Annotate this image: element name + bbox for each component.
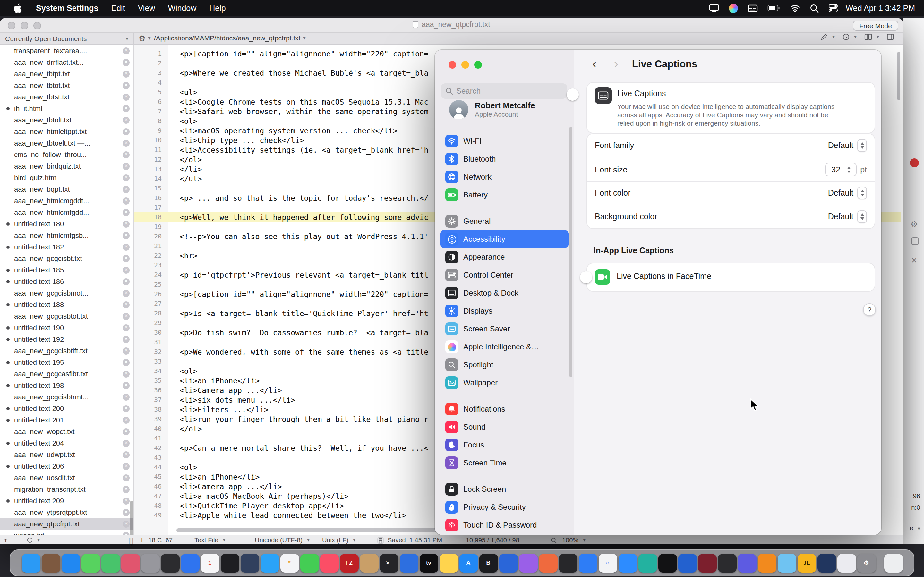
file-item[interactable]: aaa_new_wopct.txt✕ [0,426,134,437]
file-item[interactable]: untitled text 201✕ [0,414,134,426]
battery-icon[interactable] [767,5,780,11]
stepper-control[interactable] [857,187,867,200]
close-file-icon[interactable]: ✕ [123,243,129,250]
panel-toggle-icon[interactable] [887,33,894,40]
strip-value-3[interactable]: e ▾ [909,524,920,532]
stepper-control[interactable] [857,139,867,152]
font-size-field[interactable]: 32 [825,163,856,176]
editor-titlebar[interactable]: aaa_new_qtpcfrpt.txt Free Mode [0,18,903,33]
dock-app-20[interactable] [399,554,418,572]
keyboard-icon[interactable] [748,4,758,12]
file-item[interactable]: aaa_new_htmlcmfgsb...✕ [0,229,134,241]
file-type-dropdown[interactable]: Text File▾ [194,535,226,545]
close-file-icon[interactable]: ✕ [123,324,129,331]
close-file-icon[interactable]: ✕ [123,428,129,435]
sidebar-item-network[interactable]: Network [440,168,569,186]
close-file-icon[interactable]: ✕ [123,370,129,377]
dock-app-41[interactable] [817,554,836,572]
dock-chrome[interactable]: ○ [598,554,617,572]
file-item[interactable]: migration_transcript.txt✕ [0,484,134,495]
file-item[interactable]: aaa_new_gcgcasfibt.txt✕ [0,368,134,380]
dock-app-2[interactable] [41,554,60,572]
help-button[interactable]: ? [863,303,876,316]
close-file-icon[interactable]: ✕ [123,440,129,446]
dock-messages[interactable] [81,554,100,572]
dock-app-36[interactable] [718,554,736,572]
encoding-dropdown[interactable]: Unicode (UTF-8)▾ [255,535,310,545]
settings-search[interactable] [441,83,567,99]
sidebar-item-screen-time[interactable]: Screen Time [440,454,569,472]
file-item[interactable]: aaa_new_tbtolt.txt✕ [0,114,134,126]
sidebar-item-focus[interactable]: Focus [440,436,569,454]
dock-photos[interactable]: * [280,554,299,572]
open-documents-dropdown[interactable]: Currently Open Documents▾ [0,33,134,44]
dock-music[interactable] [320,554,338,572]
file-item[interactable]: aaa_new_drrflact.txt...✕ [0,56,134,68]
active-app-menu[interactable]: System Settings [29,3,105,13]
minimize-window-button[interactable] [461,61,469,69]
menu-edit[interactable]: Edit [105,3,132,13]
close-file-icon[interactable]: ✕ [123,335,129,343]
dock-app-32[interactable] [638,554,657,572]
sidebar-item-spotlight[interactable]: Spotlight [440,356,569,374]
close-file-icon[interactable]: ✕ [123,209,129,216]
dock-app-9[interactable] [181,554,199,572]
file-item[interactable]: transparent_textarea....✕ [0,45,134,56]
close-file-icon[interactable]: ✕ [123,474,129,481]
zoom-level-dropdown[interactable]: 100%▾ [562,535,586,545]
file-item[interactable]: aaa_new_gcgcisbtot.txt✕ [0,310,134,322]
close-file-icon[interactable]: ✕ [123,70,129,77]
dock-app-11[interactable] [220,554,239,572]
close-file-icon[interactable]: ✕ [123,232,129,239]
siri-icon[interactable] [729,3,738,13]
close-file-icon[interactable]: ✕ [123,451,129,458]
file-item[interactable]: ih_it.html✕ [0,103,134,114]
dock-app-39[interactable] [777,554,796,572]
close-file-icon[interactable]: ✕ [123,509,129,516]
dock-app-38[interactable] [758,554,776,572]
close-file-icon[interactable]: ✕ [123,220,129,227]
close-file-icon[interactable]: ✕ [123,47,129,54]
display-mirroring-icon[interactable] [709,4,719,12]
dock-zoom[interactable] [618,554,637,572]
dock-app-store[interactable]: A [459,554,478,572]
close-file-icon[interactable]: ✕ [123,486,129,493]
dock-calendar[interactable]: 1 [200,554,219,572]
forward-button[interactable]: › [614,58,618,71]
close-file-icon[interactable]: ✕ [123,255,129,262]
menu-view[interactable]: View [132,3,162,13]
gear-icon[interactable]: ⚙ [911,219,918,229]
close-file-icon[interactable]: ✕ [123,105,129,112]
layout-columns-menu[interactable]: ▾ [864,33,879,40]
free-mode-button[interactable]: Free Mode [853,20,898,31]
dock-app-6[interactable] [121,554,140,572]
file-item[interactable]: aaa_new_gcgcisbtift.txt✕ [0,345,134,356]
stepper-control[interactable] [844,164,854,175]
close-file-icon[interactable]: ✕ [123,116,129,123]
back-button[interactable]: ‹ [592,58,596,71]
file-item[interactable]: cms_no_follow_throu...✕ [0,149,134,160]
sidebar-item-control-center[interactable]: Control Center [440,266,569,284]
close-file-icon[interactable]: ✕ [123,359,129,366]
sidebar-item-wallpaper[interactable]: Wallpaper [440,374,569,392]
file-item[interactable]: wpage.txt✕ [0,530,134,535]
close-file-icon[interactable]: ✕ [123,174,129,181]
dock-calculator[interactable] [837,554,856,572]
apple-account-item[interactable]: Robert Metcalfe Apple Account [449,100,535,119]
dock-finder[interactable] [21,554,40,572]
file-item[interactable]: untitled text 188✕ [0,299,134,310]
close-file-icon[interactable]: ✕ [123,185,129,193]
file-item[interactable]: bird_quiz.htm✕ [0,172,134,183]
close-file-icon[interactable]: ✕ [123,301,129,308]
dock-app-33[interactable] [658,554,677,572]
panel-icon[interactable] [911,237,919,245]
close-file-icon[interactable]: ✕ [123,139,129,147]
dock-app-18[interactable] [360,554,378,572]
file-item[interactable]: aaa_new_bqpt.txt✕ [0,183,134,195]
close-file-icon[interactable]: ✕ [123,347,129,354]
close-file-icon[interactable]: ✕ [123,532,129,535]
dock-notes[interactable] [439,554,458,572]
dock-app-12[interactable] [240,554,259,572]
file-item[interactable]: aaa_new_ytpsrqtppt.txt✕ [0,506,134,518]
stepper-control[interactable] [857,210,867,223]
